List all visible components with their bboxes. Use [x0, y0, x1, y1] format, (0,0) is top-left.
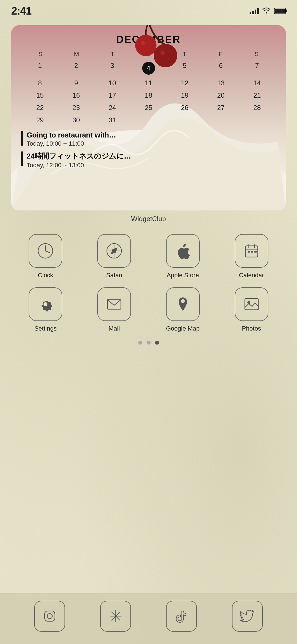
cal-day: 16 — [59, 90, 94, 101]
page-dots — [0, 341, 297, 345]
cal-day: 8 — [22, 77, 57, 89]
app-label-mail: Mail — [109, 325, 120, 332]
app-item-safari[interactable]: Safari — [83, 234, 146, 279]
weekday-4: T — [167, 51, 202, 58]
svg-line-7 — [45, 251, 49, 253]
app-item-photos[interactable]: Photos — [220, 287, 283, 332]
app-item-clock[interactable]: Clock — [14, 234, 77, 279]
dot-3 — [155, 341, 159, 345]
dock-item-tiktok[interactable] — [166, 601, 197, 632]
app-label-apple-store: Apple Store — [167, 272, 199, 279]
status-icons — [250, 7, 286, 15]
svg-point-24 — [47, 613, 52, 618]
cal-day: 13 — [203, 77, 238, 89]
appstore-icon — [100, 601, 131, 632]
app-item-apple-store[interactable]: Apple Store — [151, 234, 215, 279]
app-grid-row1: Clock Safari Apple Store — [0, 234, 297, 279]
cal-day: 25 — [131, 102, 166, 113]
cal-day: 1 — [22, 60, 57, 76]
dot-1 — [138, 341, 142, 345]
app-item-calendar[interactable]: Calendar — [220, 234, 283, 279]
calendar-weekdays: S M T W T F S — [22, 51, 275, 58]
instagram-icon — [34, 601, 65, 632]
calendar-icon — [235, 234, 268, 268]
cal-day: 29 — [22, 114, 57, 126]
calendar-days: 1 2 3 4 5 6 7 8 9 10 11 12 13 14 15 — [22, 60, 275, 126]
status-bar: 2:41 — [0, 0, 297, 20]
mail-icon — [97, 287, 131, 321]
battery-icon — [274, 8, 286, 14]
cal-day: 17 — [95, 90, 130, 101]
signal-icon — [250, 8, 259, 14]
cal-day: 6 — [203, 60, 238, 76]
app-item-google-map[interactable]: Google Map — [151, 287, 215, 332]
event-bar — [21, 131, 23, 146]
cal-day: 14 — [240, 77, 275, 89]
event-bar — [21, 151, 23, 166]
cal-day: 26 — [167, 102, 202, 113]
svg-point-19 — [43, 302, 47, 306]
cal-day: 12 — [167, 77, 202, 89]
events-section: Going to restaurant with… Today, 10:00 ~… — [11, 126, 286, 178]
tiktok-icon — [166, 601, 197, 632]
cal-day-today: 4 — [131, 60, 166, 76]
cal-day: 22 — [22, 102, 57, 113]
cal-day: 15 — [22, 90, 57, 101]
wifi-icon — [262, 7, 271, 15]
cal-day: 5 — [167, 60, 202, 76]
clock-icon — [29, 234, 62, 268]
calendar-widget[interactable]: DECEMBER S M T W T F S 1 2 3 4 5 — [11, 25, 286, 210]
svg-rect-18 — [254, 251, 257, 253]
cal-day: 24 — [95, 102, 130, 113]
cal-day: 27 — [203, 102, 238, 113]
event-title-1: Going to restaurant with… — [27, 131, 116, 139]
app-label-calendar: Calendar — [239, 272, 264, 279]
dock-item-twitter[interactable] — [232, 601, 263, 632]
app-label-clock: Clock — [38, 272, 53, 279]
cal-day: 18 — [131, 90, 166, 101]
cal-day: 2 — [59, 60, 94, 76]
dot-2 — [147, 341, 151, 345]
weekday-5: F — [202, 51, 238, 58]
app-grid-row2: Settings Mail Google Map — [0, 287, 297, 332]
event-item-2: 24時間フィットネスのジムに… Today, 12:00 ~ 13:00 — [21, 151, 276, 169]
calendar-grid: S M T W T F S 1 2 3 4 5 6 7 — [22, 51, 275, 126]
app-label-photos: Photos — [242, 325, 261, 332]
cal-day: 11 — [131, 77, 166, 89]
dock — [0, 593, 297, 644]
cal-day: 28 — [240, 102, 275, 113]
weekday-3: W — [130, 51, 166, 58]
weekday-1: M — [58, 51, 94, 58]
cal-day: 7 — [240, 60, 275, 76]
cal-day: 9 — [59, 77, 94, 89]
cal-day: 23 — [59, 102, 94, 113]
widget-label: WidgetClub — [0, 215, 297, 223]
status-time: 2:41 — [11, 5, 31, 17]
event-time-2: Today, 12:00 ~ 13:00 — [27, 162, 131, 169]
event-text: 24時間フィットネスのジムに… Today, 12:00 ~ 13:00 — [27, 151, 131, 169]
weekday-2: T — [95, 51, 130, 58]
calendar-month: DECEMBER — [22, 34, 275, 45]
app-item-mail[interactable]: Mail — [83, 287, 146, 332]
svg-point-25 — [52, 613, 54, 614]
twitter-icon — [232, 601, 263, 632]
safari-icon — [97, 234, 131, 268]
app-item-settings[interactable]: Settings — [14, 287, 77, 332]
event-time-1: Today, 10:00 ~ 11:00 — [27, 140, 116, 147]
calendar-section: DECEMBER S M T W T F S 1 2 3 4 5 — [11, 25, 286, 126]
cal-day: 20 — [203, 90, 238, 101]
app-label-settings: Settings — [34, 325, 57, 332]
screen: 2:41 — [0, 0, 297, 644]
dock-item-appstore[interactable] — [100, 601, 131, 632]
svg-rect-16 — [248, 251, 250, 253]
app-label-google-map: Google Map — [166, 325, 200, 332]
cal-day: 30 — [59, 114, 94, 126]
svg-rect-17 — [251, 251, 253, 253]
cal-day: 3 — [95, 60, 130, 76]
weekday-0: S — [22, 51, 58, 58]
cal-day: 10 — [95, 77, 130, 89]
cal-day: 31 — [95, 114, 130, 126]
cal-day: 19 — [167, 90, 202, 101]
weekday-6: S — [239, 51, 275, 58]
dock-item-instagram[interactable] — [34, 601, 65, 632]
